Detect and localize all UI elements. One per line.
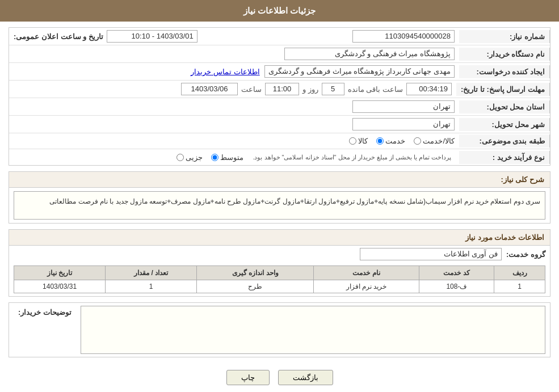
cell-quantity: 1	[106, 280, 197, 293]
city-value: تهران	[352, 118, 455, 130]
province-value-cell: تهران	[9, 98, 459, 115]
date-value-cell: 00:34:19 ساعت باقی مانده 5 روز و 11:00 س…	[9, 81, 456, 98]
city-value-cell: تهران	[9, 116, 459, 133]
need-number-row: شماره نیاز: 1103094540000028 1403/03/01 …	[9, 28, 550, 45]
category-radio-kala-khedmat[interactable]	[414, 137, 421, 145]
buttons-row: بازگشت چاپ	[9, 363, 550, 392]
notes-textarea[interactable]	[81, 306, 545, 354]
province-label: استان محل تحویل:	[459, 100, 550, 113]
process-option-medium-label: متوسط	[220, 153, 243, 162]
info-section: شماره نیاز: 1103094540000028 1403/03/01 …	[9, 27, 550, 166]
need-number-label: شماره نیاز:	[459, 30, 550, 43]
creator-label: ایجاد کننده درخواست:	[459, 65, 550, 78]
province-row: استان محل تحویل: تهران	[9, 98, 550, 116]
date-label: مهلت ارسال پاسخ: تا تاریخ:	[456, 83, 550, 96]
col-name: نام خدمت	[314, 266, 419, 280]
services-table-container: ردیف کد خدمت نام خدمت واحد اندازه گیری ت…	[14, 265, 545, 293]
col-date: تاریخ نیاز	[14, 266, 106, 280]
description-value: سری دوم استعلام خرید نرم افزار سیماب(شام…	[14, 191, 545, 220]
organization-label: نام دستگاه خریدار:	[459, 48, 550, 61]
process-option-partial: جزیی	[176, 153, 203, 162]
cell-unit: طرح	[197, 280, 314, 293]
need-number-value: 1103094540000028	[352, 30, 455, 43]
date-time: 11:00	[265, 83, 299, 95]
date-remaining: 00:34:19	[406, 83, 452, 95]
category-option-kala-label: کالا	[358, 137, 368, 145]
buyer-notes-label: توضیحات خریدار:	[14, 306, 76, 319]
date-remaining-label: ساعت باقی مانده	[348, 85, 403, 94]
date-time-label: ساعت	[241, 85, 262, 94]
group-row: گروه خدمت: فن آوری اطلاعات	[9, 246, 550, 263]
creator-value-cell: مهدی جهانی کاربرداز پژوهشگاه میراث فرهنگ…	[9, 63, 459, 80]
organization-row: نام دستگاه خریدار: پژوهشگاه میراث فرهنگی…	[9, 45, 550, 63]
process-note: پرداخت تمام یا بخشی از مبلغ خریدار از مح…	[249, 153, 455, 162]
organization-value-cell: پژوهشگاه میراث فرهنگی و گردشگری	[9, 45, 459, 62]
page-container: جزئیات اطلاعات نیاز شماره نیاز: 11030945…	[0, 0, 559, 392]
description-section-title: شرح کلی نیاز:	[9, 172, 550, 188]
creator-value: مهدی جهانی کاربرداز پژوهشگاه میراث فرهنگ…	[264, 65, 455, 78]
col-code: کد خدمت	[419, 266, 494, 280]
group-value: فن آوری اطلاعات	[360, 248, 502, 260]
services-section: اطلاعات خدمات مورد نیاز گروه خدمت: فن آو…	[9, 229, 550, 297]
province-value: تهران	[352, 100, 455, 113]
process-row: نوع فرآیند خرید : پرداخت تمام یا بخشی از…	[9, 149, 550, 165]
category-row: طبقه بندی موضوعی: کالا/خدمت خدمت کالا	[9, 133, 550, 149]
announcement-label: تاریخ و ساعت اعلان عمومی:	[14, 32, 103, 41]
category-option-kala: کالا	[349, 137, 368, 145]
process-value-cell: پرداخت تمام یا بخشی از مبلغ خریدار از مح…	[9, 150, 459, 165]
process-radio-group: متوسط جزیی	[176, 153, 243, 162]
cell-code: ف-108	[419, 280, 494, 293]
page-title: جزئیات اطلاعات نیاز	[243, 6, 316, 15]
services-table-body: 1 ف-108 خرید نرم افزار طرح 1 1403/03/31	[14, 280, 545, 293]
buyer-notes-section: توضیحات خریدار:	[9, 302, 550, 357]
category-label: طبقه بندی موضوعی:	[459, 134, 550, 147]
services-section-title: اطلاعات خدمات مورد نیاز	[9, 230, 550, 246]
date-date: 1403/03/06	[181, 83, 238, 95]
date-days: 5	[322, 83, 344, 95]
category-option-kala-khedmat-label: کالا/خدمت	[423, 137, 455, 145]
group-label: گروه خدمت:	[506, 250, 545, 259]
category-option-khedmat: خدمت	[376, 137, 405, 145]
creator-row: ایجاد کننده درخواست: مهدی جهانی کاربرداز…	[9, 63, 550, 81]
print-button[interactable]: چاپ	[226, 370, 270, 385]
page-header: جزئیات اطلاعات نیاز	[0, 0, 559, 22]
cell-row: 1	[494, 280, 545, 293]
col-quantity: تعداد / مقدار	[106, 266, 197, 280]
announcement-value-cell: 1403/03/01 - 10:10 تاریخ و ساعت اعلان عم…	[9, 28, 234, 45]
main-content: شماره نیاز: 1103094540000028 1403/03/01 …	[0, 22, 559, 392]
creator-link[interactable]: اطلاعات تماس خریدار	[191, 68, 259, 76]
process-radio-medium[interactable]	[211, 154, 218, 161]
col-row: ردیف	[494, 266, 545, 280]
process-radio-partial[interactable]	[176, 154, 184, 161]
services-table: ردیف کد خدمت نام خدمت واحد اندازه گیری ت…	[14, 265, 545, 293]
organization-value: پژوهشگاه میراث فرهنگی و گردشگری	[284, 48, 455, 60]
category-option-khedmat-label: خدمت	[385, 137, 405, 145]
process-option-medium: متوسط	[211, 153, 243, 162]
col-unit: واحد اندازه گیری	[197, 266, 314, 280]
back-button[interactable]: بازگشت	[278, 370, 333, 385]
date-days-label: روز و	[302, 85, 318, 94]
table-row: 1 ف-108 خرید نرم افزار طرح 1 1403/03/31	[14, 280, 545, 293]
date-row: مهلت ارسال پاسخ: تا تاریخ: 00:34:19 ساعت…	[9, 81, 550, 98]
cell-date: 1403/03/31	[14, 280, 106, 293]
process-option-partial-label: جزیی	[186, 153, 203, 162]
city-label: شهر محل تحویل:	[459, 118, 550, 131]
notes-row: توضیحات خریدار:	[9, 303, 550, 357]
need-number-value-cell: 1103094540000028	[234, 28, 460, 45]
services-table-header-row: ردیف کد خدمت نام خدمت واحد اندازه گیری ت…	[14, 266, 545, 280]
services-table-header: ردیف کد خدمت نام خدمت واحد اندازه گیری ت…	[14, 266, 545, 280]
process-label: نوع فرآیند خرید :	[459, 151, 550, 164]
category-value-cell: کالا/خدمت خدمت کالا	[9, 134, 459, 147]
category-radio-kala[interactable]	[349, 137, 356, 145]
city-row: شهر محل تحویل: تهران	[9, 116, 550, 133]
category-radio-khedmat[interactable]	[376, 137, 384, 145]
category-radio-group: کالا/خدمت خدمت کالا	[14, 137, 455, 145]
announcement-value: 1403/03/01 - 10:10	[107, 30, 197, 43]
description-section: شرح کلی نیاز: سری دوم استعلام خرید نرم ا…	[9, 171, 550, 224]
description-label: شرح کلی نیاز:	[501, 175, 544, 184]
category-option-kala-khedmat: کالا/خدمت	[414, 137, 455, 145]
cell-name: خرید نرم افزار	[314, 280, 419, 293]
